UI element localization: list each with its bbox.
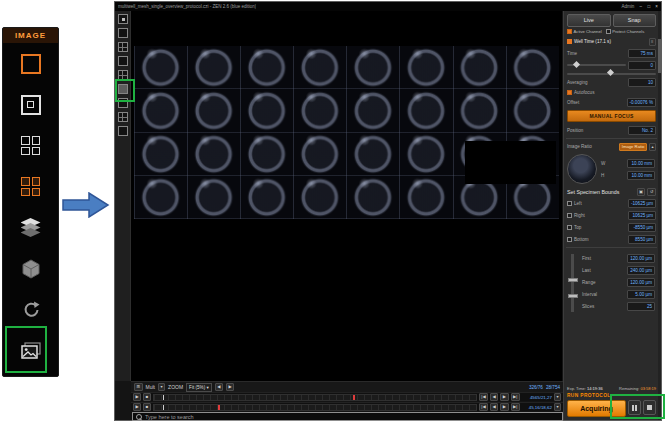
tile-mosaic[interactable] <box>134 46 559 219</box>
grid-view-orange-button[interactable] <box>3 166 58 207</box>
taskbar-search[interactable]: Type here to search <box>132 412 563 421</box>
bounds-bottom-value[interactable]: 8550 µm <box>628 235 656 244</box>
panel-scrollbar-thumb[interactable] <box>658 39 661 73</box>
time-stop-icon[interactable]: ■ <box>143 403 151 411</box>
bounds-right-value[interactable]: 10625 µm <box>628 211 656 220</box>
grid-tool-icon[interactable] <box>118 42 128 52</box>
bounds-left-value[interactable]: -10625 µm <box>628 199 656 208</box>
z-range-label: Range <box>582 280 625 285</box>
annotate-tool-icon[interactable] <box>118 126 128 136</box>
minimize-button[interactable]: – <box>640 4 643 9</box>
close-button[interactable]: × <box>655 4 658 9</box>
bounds-top-value[interactable]: -8550 µm <box>628 223 656 232</box>
exposure-value-field[interactable]: 75 ms <box>628 49 656 58</box>
z-position-marker[interactable] <box>353 395 355 400</box>
zoom-fit-value: Fit (5%) <box>189 385 205 390</box>
set-bounds-button[interactable]: ▣ <box>637 188 646 196</box>
bounds-bottom-checkbox[interactable] <box>567 237 572 242</box>
z-slices-value[interactable]: 25 <box>627 302 655 311</box>
bounds-right-label: Right <box>574 213 626 218</box>
live-button[interactable]: Live <box>567 14 611 27</box>
z-scrubber-track[interactable] <box>153 394 477 401</box>
bounds-top-label: Top <box>574 225 626 230</box>
z-next-icon[interactable]: ▶ <box>500 393 508 401</box>
autofocus-checkbox[interactable] <box>567 90 572 95</box>
bounds-left-checkbox[interactable] <box>567 201 572 206</box>
offset-value-field[interactable]: -0.00076 % <box>627 98 657 107</box>
time-first-icon[interactable]: |◀ <box>479 403 488 411</box>
z-options-icon[interactable]: ▾ <box>554 393 561 401</box>
z-last-value[interactable]: 240.00 µm <box>627 266 655 275</box>
channel-menu-icon[interactable]: ≡ <box>649 38 656 46</box>
layers-view-button[interactable] <box>3 207 58 248</box>
averaging-value-field[interactable]: 10 <box>628 78 656 87</box>
thumb-width-value[interactable]: 10.00 mm <box>627 159 655 168</box>
thumb-height-value[interactable]: 10.00 mm <box>627 171 655 180</box>
intensity-slider-handle[interactable] <box>607 69 614 76</box>
zoom-tool-icon[interactable] <box>118 56 128 66</box>
z-scrubber-row: ▶ ■ |◀ ◀ ▶ ▶| 4565/21,27 ▾ <box>131 392 563 401</box>
page-next-icon[interactable]: ▶ <box>226 383 234 391</box>
mosaic-view-icon[interactable]: ⊞ <box>134 383 143 391</box>
bounds-right-checkbox[interactable] <box>567 213 572 218</box>
level-value-field[interactable]: 0 <box>628 61 656 70</box>
z-range-upper-handle[interactable] <box>568 278 578 282</box>
rotate-view-button[interactable] <box>3 289 58 330</box>
image-ratio-label: Image Ratio <box>567 144 617 149</box>
reset-bounds-button[interactable]: ↺ <box>647 188 656 196</box>
position-value-field[interactable]: No. 2 <box>628 126 656 135</box>
mult-dropdown-icon[interactable]: ▾ <box>158 383 165 391</box>
time-next-icon[interactable]: ▶ <box>500 403 508 411</box>
active-channel-checkbox[interactable]: Active Channel <box>567 29 602 34</box>
bounds-top-checkbox[interactable] <box>567 225 572 230</box>
z-range-value[interactable]: 120.00 µm <box>627 278 655 287</box>
channel-row[interactable]: Well Time (17.1 s) ≡ <box>567 38 656 46</box>
image-canvas[interactable] <box>131 11 562 381</box>
app-window: multiwell_mesh_single_overview_protocol.… <box>114 1 662 421</box>
exposure-slider[interactable] <box>567 64 626 66</box>
z-range-lower-handle[interactable] <box>568 294 578 298</box>
time-last-icon[interactable]: ▶| <box>511 403 520 411</box>
z-range-slider[interactable] <box>571 254 574 312</box>
protect-channels-checkbox[interactable]: Protect Channels <box>606 29 645 34</box>
time-play-icon[interactable]: ▶ <box>133 403 141 411</box>
z-last-icon[interactable]: ▶| <box>511 393 520 401</box>
cube-3d-view-button[interactable] <box>3 248 58 289</box>
z-prev-icon[interactable]: ◀ <box>490 393 498 401</box>
intensity-slider[interactable] <box>567 73 656 75</box>
time-start-marker <box>163 405 164 410</box>
split-tool-icon[interactable] <box>118 112 128 122</box>
time-scrubber-track[interactable] <box>153 404 477 411</box>
single-frame-white-button[interactable] <box>3 84 58 125</box>
single-frame-orange-button[interactable] <box>3 43 58 84</box>
manual-focus-button[interactable]: MANUAL FOCUS <box>567 110 656 122</box>
z-interval-value[interactable]: 5.00 µm <box>627 290 655 299</box>
autofocus-row[interactable]: Autofocus <box>567 90 656 95</box>
grid-view-white-button[interactable] <box>3 125 58 166</box>
unacquired-tiles-region <box>465 141 556 184</box>
exposure-slider-handle[interactable] <box>573 60 580 67</box>
z-first-icon[interactable]: |◀ <box>479 393 488 401</box>
zoom-fit-select[interactable]: Fit (5%) ▾ <box>186 383 212 392</box>
z-start-marker <box>163 395 164 400</box>
time-options-icon[interactable]: ▾ <box>554 403 561 411</box>
snap-button[interactable]: Snap <box>613 14 657 27</box>
thumb-height-label: H <box>601 173 625 178</box>
grid-2x2-orange-icon <box>21 177 40 196</box>
panel-scrollbar[interactable] <box>658 11 661 420</box>
play-icon[interactable]: ▶ <box>133 393 141 401</box>
collapse-icon[interactable]: ▴ <box>649 143 656 151</box>
page-prev-icon[interactable]: ◀ <box>215 383 223 391</box>
maximize-button[interactable]: □ <box>647 4 650 9</box>
select-tool-icon[interactable] <box>118 28 128 38</box>
time-position-marker[interactable] <box>218 405 220 410</box>
image-ratio-button[interactable]: Image Ratio <box>619 143 647 151</box>
stop-icon[interactable]: ■ <box>143 393 151 401</box>
pointer-tool-icon[interactable] <box>118 14 128 24</box>
panel-spacer <box>566 316 657 385</box>
time-scrubber-row: ▶ ■ |◀ ◀ ▶ ▶| 45,16/18,62 ▾ <box>131 402 563 411</box>
offset-label: Offset <box>567 100 625 105</box>
specimen-thumbnail[interactable] <box>567 154 597 184</box>
time-prev-icon[interactable]: ◀ <box>490 403 498 411</box>
z-first-value[interactable]: 120.00 µm <box>627 254 655 263</box>
